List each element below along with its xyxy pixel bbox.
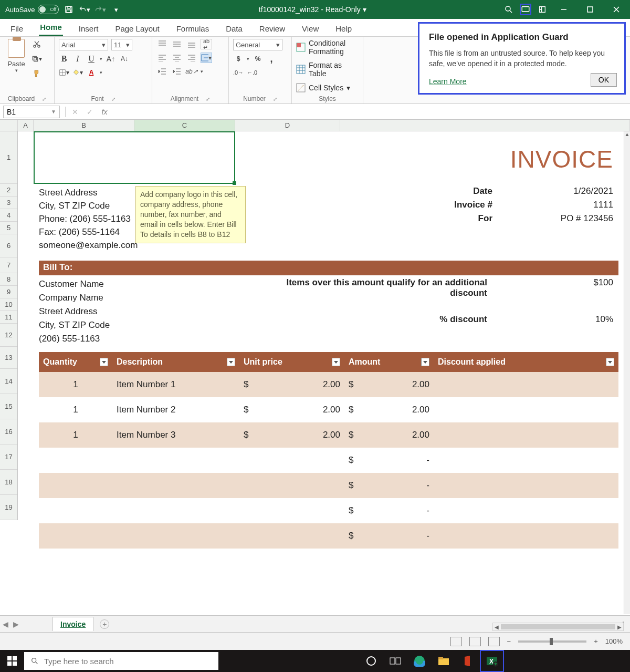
align-right-icon[interactable]	[186, 53, 197, 63]
tab-data[interactable]: Data	[225, 21, 244, 36]
row-3[interactable]: 3	[0, 197, 17, 209]
redo-icon[interactable]: ▾	[94, 4, 106, 15]
filter-discount-icon[interactable]	[606, 358, 614, 366]
orientation-icon[interactable]: ab↗	[186, 66, 197, 77]
format-painter-icon[interactable]	[32, 68, 42, 79]
tab-file[interactable]: File	[9, 21, 24, 36]
col-c[interactable]: C	[134, 120, 235, 131]
font-size-select[interactable]: 11▾	[111, 39, 132, 50]
align-left-icon[interactable]	[156, 53, 168, 63]
filter-quantity-icon[interactable]	[100, 358, 108, 366]
align-center-icon[interactable]	[171, 53, 183, 63]
cell-styles-button[interactable]: Cell Styles ▾	[296, 83, 359, 92]
table-row[interactable]: $-	[39, 448, 618, 473]
tab-home[interactable]: Home	[39, 19, 63, 36]
col-b[interactable]: B	[34, 120, 134, 131]
tab-review[interactable]: Review	[258, 21, 286, 36]
table-row[interactable]: $-	[39, 498, 618, 523]
row-6[interactable]: 6	[0, 234, 17, 257]
sheet-nav-next-icon[interactable]: ▶	[10, 620, 21, 628]
row-7[interactable]: 7	[0, 257, 17, 273]
zoom-level[interactable]: 100%	[605, 637, 623, 645]
row-17[interactable]: 17	[0, 444, 17, 470]
page-break-view-icon[interactable]	[488, 637, 500, 646]
col-a[interactable]: A	[18, 120, 34, 131]
italic-button[interactable]: I	[72, 54, 83, 64]
cortana-icon[interactable]	[359, 650, 383, 672]
align-bottom-icon[interactable]	[186, 39, 197, 49]
row-2[interactable]: 2	[0, 184, 17, 197]
filter-unitprice-icon[interactable]	[332, 358, 340, 366]
tab-help[interactable]: Help	[334, 21, 353, 36]
fill-color-icon[interactable]: ▾	[72, 67, 83, 78]
excel-taskbar-icon[interactable]: X	[480, 650, 504, 672]
worksheet-grid[interactable]: 1 2 3 4 5 6 7 8 9 10 11 12 13 14 15 16 1…	[0, 131, 624, 614]
zoom-slider[interactable]	[518, 640, 586, 643]
clipboard-launcher-icon[interactable]: ⤢	[42, 96, 46, 102]
font-name-select[interactable]: Arial▾	[59, 39, 108, 50]
active-cell-b1[interactable]	[34, 131, 235, 184]
select-all-corner[interactable]	[0, 120, 18, 131]
close-button[interactable]	[606, 0, 627, 19]
borders-icon[interactable]: ▾	[59, 67, 69, 78]
bold-button[interactable]: B	[59, 54, 69, 64]
number-launcher-icon[interactable]: ⤢	[273, 96, 277, 102]
edge-icon[interactable]	[407, 650, 432, 672]
increase-decimal-icon[interactable]: .0→	[233, 67, 244, 78]
paste-button[interactable]: Paste ▾	[4, 39, 28, 73]
row-11[interactable]: 11	[0, 311, 17, 324]
row-1[interactable]: 1	[0, 131, 17, 184]
ribbon-display-icon[interactable]	[537, 4, 548, 15]
row-5[interactable]: 5	[0, 222, 17, 234]
taskbar-search[interactable]: Type here to search	[24, 652, 218, 670]
currency-icon[interactable]: $	[233, 54, 244, 64]
row-8[interactable]: 8	[0, 273, 17, 286]
row-10[interactable]: 10	[0, 298, 17, 311]
table-row[interactable]: 1Item Number 3$2.00$2.00	[39, 422, 618, 448]
sheet-nav-prev-icon[interactable]: ◀	[0, 620, 10, 628]
normal-view-icon[interactable]	[450, 637, 462, 646]
file-explorer-icon[interactable]	[432, 650, 456, 672]
decrease-indent-icon[interactable]	[156, 66, 168, 77]
wrap-text-icon[interactable]: ab↵	[201, 39, 212, 49]
fx-icon[interactable]: fx	[97, 108, 112, 116]
zoom-in-button[interactable]: +	[594, 637, 598, 645]
table-row[interactable]: 1Item Number 1$2.00$2.00	[39, 372, 618, 397]
font-color-icon[interactable]: A	[86, 67, 97, 78]
row-15[interactable]: 15	[0, 394, 17, 419]
percent-icon[interactable]: %	[253, 54, 263, 64]
table-row[interactable]: 1Item Number 2$2.00$2.00	[39, 397, 618, 422]
cancel-icon[interactable]: ✕	[68, 108, 82, 116]
row-14[interactable]: 14	[0, 369, 17, 394]
row-12[interactable]: 12	[0, 324, 17, 347]
decrease-decimal-icon[interactable]: ←.0	[247, 67, 257, 78]
merge-center-icon[interactable]: ▾	[201, 53, 212, 63]
save-icon[interactable]	[63, 4, 75, 15]
start-button[interactable]	[0, 650, 24, 672]
page-layout-view-icon[interactable]	[469, 637, 481, 646]
increase-indent-icon[interactable]	[171, 66, 183, 77]
vertical-scrollbar[interactable]: ▲	[624, 131, 630, 614]
minimize-button[interactable]	[553, 0, 574, 19]
align-top-icon[interactable]	[156, 39, 168, 49]
undo-icon[interactable]: ▾	[79, 4, 90, 15]
row-16[interactable]: 16	[0, 419, 17, 444]
autosave-toggle[interactable]: AutoSave Off	[5, 5, 59, 14]
ok-button[interactable]: OK	[591, 73, 617, 87]
search-icon[interactable]	[503, 4, 514, 15]
comma-icon[interactable]: ,	[266, 54, 277, 64]
enter-icon[interactable]: ✓	[82, 108, 97, 116]
row-18[interactable]: 18	[0, 470, 17, 495]
col-d[interactable]: D	[235, 120, 340, 131]
increase-font-icon[interactable]: A↑	[106, 54, 116, 64]
row-4[interactable]: 4	[0, 209, 17, 222]
filter-description-icon[interactable]	[227, 358, 235, 366]
align-middle-icon[interactable]	[171, 39, 183, 49]
alignment-launcher-icon[interactable]: ⤢	[206, 96, 210, 102]
add-sheet-icon[interactable]: +	[100, 619, 109, 629]
tab-page-layout[interactable]: Page Layout	[114, 21, 160, 36]
tab-formulas[interactable]: Formulas	[175, 21, 211, 36]
name-box[interactable]: B1▼	[3, 106, 60, 118]
tab-insert[interactable]: Insert	[78, 21, 100, 36]
font-launcher-icon[interactable]: ⤢	[111, 96, 116, 102]
